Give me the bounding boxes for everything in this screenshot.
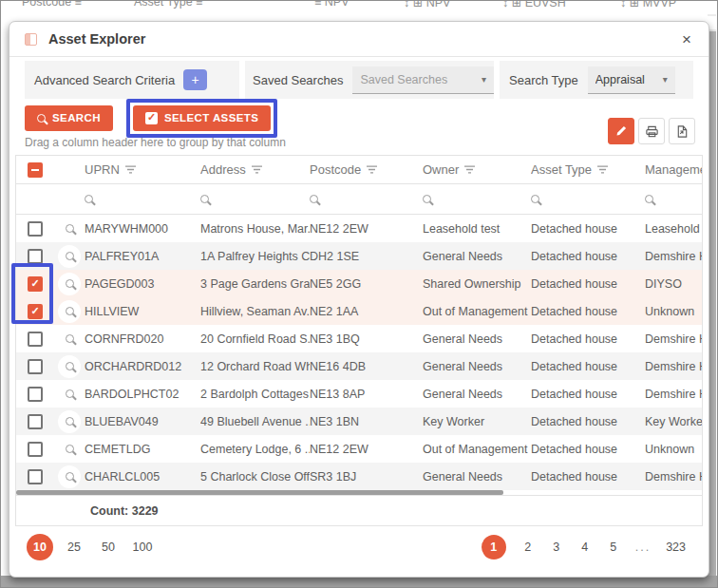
row-checkbox[interactable] bbox=[28, 359, 43, 374]
table-row[interactable]: MARYWHM000 Matrons House, Mar... NE12 2E… bbox=[16, 215, 702, 242]
row-checkbox-cell bbox=[16, 249, 54, 264]
cell-owner: Leasehold test bbox=[423, 222, 531, 236]
select-assets-button[interactable]: SELECT ASSETS bbox=[133, 105, 271, 131]
row-checkbox[interactable] bbox=[28, 304, 43, 319]
saved-searches-dropdown[interactable]: Saved Searches ▾ bbox=[352, 66, 494, 94]
search-icon bbox=[66, 279, 74, 288]
grid-tool-icons bbox=[608, 118, 695, 144]
cell-uprn: HILLVIEW bbox=[85, 305, 200, 318]
row-detail-button[interactable] bbox=[58, 218, 81, 240]
cell-management: DIYSO bbox=[645, 277, 702, 291]
search-icon bbox=[66, 334, 74, 343]
column-header-address[interactable]: Address bbox=[200, 162, 310, 177]
column-header-management[interactable]: Management bbox=[645, 162, 702, 177]
table-row[interactable]: BLUEBAV049 49 Bluebell Avenue ... NE3 1B… bbox=[16, 408, 702, 435]
search-icon bbox=[66, 252, 74, 260]
search-icon bbox=[66, 307, 74, 315]
page-1[interactable]: 1 bbox=[482, 535, 506, 560]
filter-postcode[interactable] bbox=[310, 195, 423, 203]
row-checkbox[interactable] bbox=[28, 387, 43, 402]
filter-icon[interactable] bbox=[367, 165, 377, 174]
row-search-cell bbox=[54, 410, 85, 433]
table-row[interactable]: ORCHARDRD012 12 Orchard Road Wh... NE16 … bbox=[16, 352, 702, 380]
table-row[interactable]: CEMETLDG Cemetery Lodge, 6 ... NE12 2EW … bbox=[16, 435, 702, 463]
pencil-icon bbox=[614, 124, 628, 138]
chevron-down-icon: ▾ bbox=[663, 74, 668, 85]
print-button[interactable] bbox=[638, 118, 665, 144]
cell-management: Leasehold bbox=[645, 222, 702, 236]
filter-icon[interactable] bbox=[125, 165, 136, 174]
filter-owner[interactable] bbox=[423, 195, 531, 203]
column-header-asset-type[interactable]: Asset Type bbox=[531, 162, 645, 177]
page-size-25[interactable]: 25 bbox=[61, 534, 87, 560]
table-row[interactable]: CHARLCL005 5 Charlock Close Off... SR3 1… bbox=[16, 463, 702, 490]
search-button[interactable]: SEARCH bbox=[25, 105, 113, 131]
column-header-uprn[interactable]: UPRN bbox=[85, 162, 200, 177]
table-filter-row bbox=[16, 184, 702, 215]
filter-management[interactable] bbox=[645, 195, 702, 203]
row-detail-button[interactable] bbox=[58, 438, 81, 461]
cell-postcode: NE2 1AA bbox=[310, 305, 423, 318]
row-detail-button[interactable] bbox=[58, 328, 81, 351]
page-size-50[interactable]: 50 bbox=[95, 534, 122, 560]
table-row[interactable]: BARDOLPHCT02 2 Bardolph Cottages... NE13… bbox=[16, 380, 702, 408]
filter-icon[interactable] bbox=[464, 165, 475, 174]
row-detail-button[interactable] bbox=[58, 465, 81, 488]
row-checkbox[interactable] bbox=[28, 442, 43, 457]
column-header-postcode[interactable]: Postcode bbox=[310, 162, 423, 177]
table-row[interactable]: PALFREY01A 1A Palfrey Heights C... DH2 1… bbox=[16, 242, 702, 270]
table-row[interactable]: HILLVIEW Hillview, Seaman Av... NE2 1AA … bbox=[16, 297, 702, 325]
search-icon bbox=[85, 195, 93, 203]
search-type-dropdown[interactable]: Appraisal ▾ bbox=[588, 66, 675, 94]
cell-owner: General Needs bbox=[423, 332, 531, 346]
scrollbar-thumb[interactable] bbox=[16, 490, 503, 495]
edit-button[interactable] bbox=[608, 118, 634, 144]
search-button-label: SEARCH bbox=[52, 112, 101, 123]
row-detail-button[interactable] bbox=[58, 355, 81, 378]
page-3[interactable]: 3 bbox=[550, 535, 563, 560]
row-checkbox[interactable] bbox=[28, 332, 43, 347]
add-criteria-button[interactable]: + bbox=[183, 69, 207, 90]
export-button[interactable] bbox=[669, 118, 695, 144]
page-size-10[interactable]: 10 bbox=[27, 534, 53, 560]
background-column-fragment: ↕ ⊞ MVVP bbox=[620, 1, 676, 9]
filter-address[interactable] bbox=[200, 195, 310, 203]
page-5[interactable]: 5 bbox=[607, 535, 620, 560]
row-checkbox[interactable] bbox=[28, 469, 43, 484]
saved-searches-value: Saved Searches bbox=[360, 73, 476, 86]
table-row[interactable]: PAGEGD003 3 Page Gardens Gra... NE5 2GG … bbox=[16, 270, 702, 297]
page-size-100[interactable]: 100 bbox=[129, 534, 156, 560]
table-row[interactable]: CORNFRD020 20 Cornfield Road S... NE3 1B… bbox=[16, 325, 702, 352]
row-search-cell bbox=[54, 438, 85, 461]
cell-management: Key Worker bbox=[645, 415, 702, 428]
filter-icon[interactable] bbox=[597, 165, 608, 174]
page-4[interactable]: 4 bbox=[578, 535, 592, 560]
row-detail-button[interactable] bbox=[58, 273, 81, 295]
search-icon bbox=[66, 417, 74, 426]
row-checkbox[interactable] bbox=[28, 414, 43, 429]
row-detail-button[interactable] bbox=[58, 245, 81, 268]
row-checkbox-cell bbox=[16, 221, 54, 237]
row-checkbox[interactable] bbox=[28, 249, 43, 264]
column-header-owner[interactable]: Owner bbox=[423, 162, 531, 177]
select-all-checkbox[interactable] bbox=[28, 162, 43, 178]
row-checkbox-cell bbox=[16, 276, 54, 292]
screen: Postcode ≡ Asset Type ≡ ≡ NPV ↕ ⊞ NPV ↕ … bbox=[0, 0, 718, 588]
filter-uprn[interactable] bbox=[85, 195, 200, 203]
row-detail-button[interactable] bbox=[58, 383, 81, 406]
row-checkbox[interactable] bbox=[28, 276, 43, 292]
row-search-cell bbox=[54, 383, 85, 406]
close-icon[interactable]: × bbox=[678, 31, 695, 47]
horizontal-scrollbar[interactable] bbox=[16, 490, 702, 495]
row-detail-button[interactable] bbox=[58, 300, 81, 323]
select-assets-annotation: SELECT ASSETS bbox=[126, 99, 277, 138]
page-323[interactable]: 323 bbox=[666, 535, 686, 560]
filter-asset-type[interactable] bbox=[531, 195, 645, 203]
page-2[interactable]: 2 bbox=[521, 535, 535, 560]
row-checkbox[interactable] bbox=[28, 221, 43, 237]
search-toolbar: Advanced Search Criteria + Saved Searche… bbox=[25, 61, 693, 99]
row-detail-button[interactable] bbox=[58, 410, 81, 433]
chevron-down-icon: ▾ bbox=[482, 74, 486, 85]
filter-icon[interactable] bbox=[252, 165, 262, 174]
cell-asset-type: Detached house bbox=[531, 277, 645, 291]
